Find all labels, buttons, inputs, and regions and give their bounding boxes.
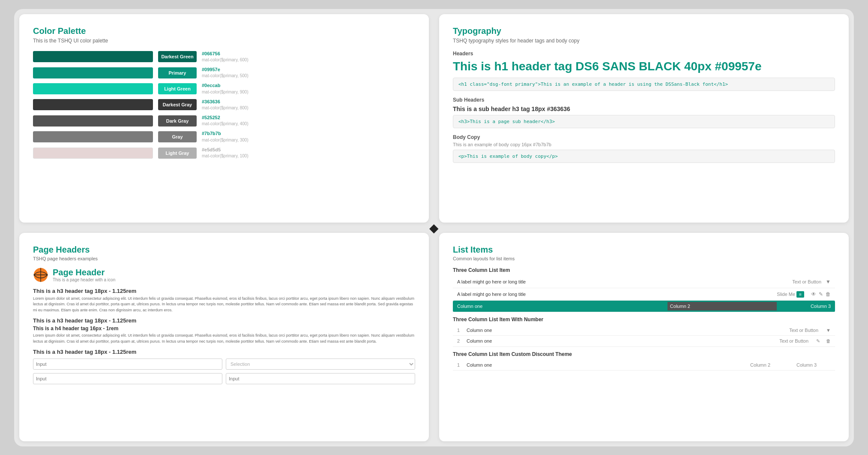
sub-headers-label: Sub Headers	[453, 97, 835, 103]
page-header-name: Page Header	[53, 268, 115, 277]
input-field-1[interactable]	[33, 359, 222, 370]
btn-darkest-green[interactable]: Darkest Green	[158, 51, 197, 62]
num-2: 2	[457, 338, 463, 344]
input-field-3[interactable]	[226, 373, 415, 384]
num-row1-label: Column one	[467, 328, 786, 333]
color-info-2: #09957e mat-color($primary, 500)	[202, 66, 248, 79]
btn-gray[interactable]: Gray	[158, 131, 197, 142]
list-item-row-1: A label might go here or long title Text…	[453, 276, 835, 288]
h3-code-block: <h3>This is a page sub header</h3>	[453, 115, 835, 128]
edit-icon-2[interactable]: ✎	[816, 338, 820, 344]
filter-icon-1[interactable]: ▼	[826, 279, 831, 285]
color-info-6: #7b7b7b mat-color($primary, 300)	[202, 130, 248, 143]
row1-label: A label might go here or long title	[457, 279, 792, 284]
list-items-subtitle: Common layouts for list items	[453, 256, 835, 261]
headers-label: Headers	[453, 51, 835, 57]
color-row-2: Primary #09957e mat-color($primary, 500)	[33, 66, 415, 79]
color-row-7: Light Gray #e5d5d5 mat-color($primary, 1…	[33, 147, 415, 159]
color-info-5: #525252 mat-color($primary, 400)	[202, 115, 248, 127]
typography-title: Typography	[453, 26, 835, 36]
disc-col2-1: Column 2	[750, 362, 793, 368]
swatch-5	[33, 115, 153, 127]
disc-col1-1: Column one	[467, 362, 747, 368]
three-col-discount-label: Three Column List Item Custom Discount T…	[453, 351, 835, 357]
select-field-1[interactable]: Selection	[226, 359, 415, 370]
body-code-block: <p>This is example of body copy</p>	[453, 150, 835, 163]
h3-label-1: This is a h3 header tag 18px - 1.125rem	[33, 288, 415, 294]
panel-color-palette: Color Palette This is the TSHQ UI color …	[14, 9, 434, 228]
page-header-desc: This is a page header with a icon	[53, 277, 115, 282]
lorem-text-1: Lorem ipsum dolor sit amet, consectetur …	[33, 296, 415, 313]
delete-icon-1[interactable]: 🗑	[826, 291, 831, 297]
num-row2-label: Column one	[467, 338, 776, 344]
color-palette-subtitle: This is the TSHQ UI color palette	[33, 38, 415, 44]
header-col1: Column one	[457, 304, 666, 309]
swatch-7	[33, 148, 153, 159]
numbered-row-1: 1 Column one Text or Button ▼	[453, 325, 835, 336]
three-col-num-label: Three Column List Item With Number	[453, 316, 835, 322]
row1-action: Text or Button	[792, 279, 821, 284]
h3-label-2: This is a h3 header tag 18px - 1.125rem	[33, 317, 415, 324]
disc-num-1: 1	[457, 362, 463, 368]
color-row-1: Darkest Green #066756 mat-color($primary…	[33, 51, 415, 63]
disc-col3-1: Column 3	[796, 362, 831, 368]
btn-darkest-gray[interactable]: Darkest Gray	[158, 99, 197, 110]
num-row1-action: Text or Button	[789, 328, 818, 333]
row2-action: Slide Me ≡	[777, 292, 807, 297]
three-col-label: Three Column List Item	[453, 267, 835, 273]
swatch-3	[33, 83, 153, 94]
input-row-2	[33, 373, 415, 384]
num-row2-action: Text or Button	[779, 338, 808, 344]
list-items-title: List Items	[453, 245, 835, 255]
body-label: Body Copy	[453, 134, 835, 140]
input-row-1: Selection	[33, 359, 415, 370]
list-items-card: List Items Common layouts for list items…	[439, 233, 849, 441]
row2-label: A label might go here or long title	[457, 292, 777, 297]
typography-card: Typography TSHQ typography styles for he…	[439, 14, 849, 223]
color-row-4: Darkest Gray #363636 mat-color($primary,…	[33, 99, 415, 111]
slide-badge: ≡	[796, 291, 804, 298]
color-info-7: #e5d5d5 mat-color($primary, 100)	[202, 147, 248, 159]
body-desc: This is an example of body copy 16px #7b…	[453, 142, 835, 147]
color-info-4: #363636 mat-color($primary, 800)	[202, 99, 248, 111]
page-headers-subtitle: TSHQ page headers examples	[33, 256, 415, 261]
typography-subtitle: TSHQ typography styles for header tags a…	[453, 38, 835, 44]
discount-row-1: 1 Column one Column 2 Column 3	[453, 360, 835, 371]
header-col3: Column 3	[778, 304, 831, 309]
btn-dark-gray[interactable]: Dark Gray	[158, 115, 197, 127]
list-item-row-2: A label might go here or long title Slid…	[453, 288, 835, 301]
swatch-4	[33, 99, 153, 110]
color-palette-title: Color Palette	[33, 26, 415, 36]
h1-code-block: <h1 class="dsg-font primary">This is an …	[453, 78, 835, 91]
btn-primary[interactable]: Primary	[158, 67, 197, 78]
h4-label: This is a h4 header tag 16px - 1rem	[33, 325, 415, 331]
page-header-example: Page Header This is a page header with a…	[33, 267, 415, 283]
h3-display: This is a sub header h3 tag 18px #363636	[453, 105, 835, 112]
color-row-3: Light Green #0eccab mat-color($primary, …	[33, 82, 415, 95]
h1-display: This is h1 header tag DS6 SANS BLACK 40p…	[453, 59, 835, 74]
color-row-5: Dark Gray #525252 mat-color($primary, 40…	[33, 115, 415, 127]
numbered-row-2: 2 Column one Text or Button ✎ 🗑	[453, 336, 835, 347]
eye-icon[interactable]: 👁	[811, 291, 816, 297]
delete-icon-2[interactable]: 🗑	[826, 338, 831, 344]
color-info-3: #0eccab mat-color($primary, 900)	[202, 82, 248, 95]
page-headers-card: Page Headers TSHQ page headers examples …	[19, 233, 429, 441]
swatch-1	[33, 51, 153, 62]
filter-icon-2[interactable]: ▼	[826, 328, 831, 333]
page-headers-title: Page Headers	[33, 245, 415, 255]
btn-light-gray[interactable]: Light Gray	[158, 148, 197, 159]
input-field-2[interactable]	[33, 373, 222, 384]
color-info-1: #066756 mat-color($primary, 600)	[202, 51, 248, 63]
lorem-text-2: Lorem ipsum dolor sit amet, consectetur …	[33, 333, 415, 344]
btn-light-green[interactable]: Light Green	[158, 83, 197, 94]
basketball-icon	[33, 267, 48, 283]
panel-typography: Typography TSHQ typography styles for he…	[434, 9, 854, 228]
header-col2: Column 2	[667, 302, 777, 310]
panel-page-headers: Page Headers TSHQ page headers examples …	[14, 228, 434, 446]
edit-icon[interactable]: ✎	[819, 291, 823, 297]
color-row-6: Gray #7b7b7b mat-color($primary, 300)	[33, 130, 415, 143]
list-item-header-row: Column one Column 2 Column 3	[453, 301, 835, 312]
num-1: 1	[457, 328, 463, 333]
panel-list-items: List Items Common layouts for list items…	[434, 228, 854, 446]
main-grid: Color Palette This is the TSHQ UI color …	[14, 9, 854, 446]
